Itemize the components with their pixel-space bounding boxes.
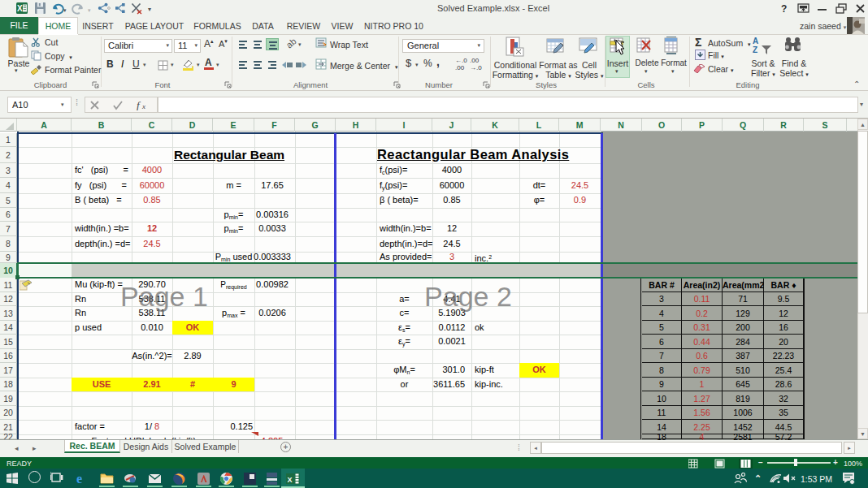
svg-text:A: A [753,37,758,45]
svg-text:x: x [141,102,145,110]
svg-text:?: ? [781,3,787,15]
svg-text:▾: ▾ [63,7,67,13]
svg-text:X: X [17,4,23,13]
svg-text:e: e [76,472,82,486]
svg-text:▾: ▾ [148,6,151,13]
svg-text:X: X [288,476,293,484]
svg-text:▾: ▾ [88,7,91,13]
svg-text:f: f [137,100,141,110]
svg-text:Z: Z [753,45,757,54]
